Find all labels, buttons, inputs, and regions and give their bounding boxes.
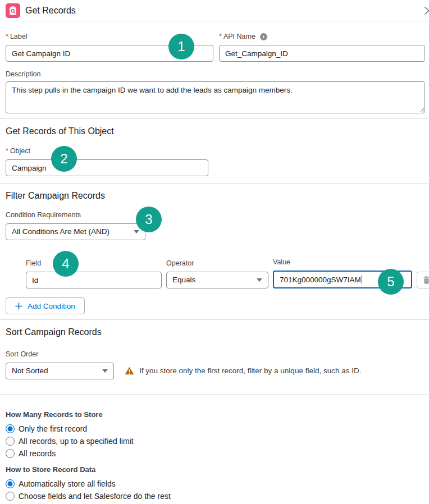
panel-title: Get Records xyxy=(25,6,76,16)
get-records-config-panel: Get Records *Label *API Namei Descriptio… xyxy=(0,0,429,504)
radio-auto-store-all-fields[interactable]: Automatically store all fields xyxy=(6,478,425,490)
radio-all-records-limit[interactable]: All records, up to a specified limit xyxy=(6,435,425,447)
warning-text: If you store only the first record, filt… xyxy=(139,366,361,375)
radio-button-selected[interactable] xyxy=(6,479,15,488)
description-textarea[interactable]: This step pulls in the campaign ID we wa… xyxy=(6,81,425,113)
radio-only-first-record[interactable]: Only the first record xyxy=(6,423,425,435)
plus-icon xyxy=(15,303,22,310)
filter-section-heading: Filter Campaign Records xyxy=(6,190,425,201)
how-store-data-group: How to Store Record Data Automatically s… xyxy=(6,465,425,504)
panel-header: Get Records xyxy=(0,0,429,21)
trash-icon xyxy=(422,276,429,285)
object-field-label: *Object xyxy=(6,147,208,155)
sort-order-dropdown[interactable]: Not Sorted xyxy=(6,363,114,379)
chevron-down-icon xyxy=(102,369,108,373)
how-many-records-group: How Many Records to Store Only the first… xyxy=(6,410,425,460)
radio-button[interactable] xyxy=(6,492,15,501)
object-section: Get Records of This Object *Object xyxy=(0,119,429,184)
warning-icon xyxy=(125,366,134,375)
radio-button-selected[interactable] xyxy=(6,424,15,433)
basic-fields-section: *Label *API Namei Description This step … xyxy=(0,21,429,119)
object-section-heading: Get Records of This Object xyxy=(6,126,425,137)
radio-button[interactable] xyxy=(6,437,15,446)
add-condition-button[interactable]: Add Condition xyxy=(6,297,85,314)
filter-section: Filter Campaign Records Condition Requir… xyxy=(0,184,429,320)
object-input[interactable] xyxy=(6,159,208,176)
storage-section: How Many Records to Store Only the first… xyxy=(0,395,429,504)
sort-section-heading: Sort Campaign Records xyxy=(6,327,425,338)
condition-value-input[interactable]: 701Kg000000gSW7IAM xyxy=(273,271,412,288)
condition-requirements-label: Condition Requirements xyxy=(6,211,145,219)
chevron-down-icon xyxy=(257,278,262,282)
condition-row: Field Operator Equals Value 701Kg000000g… xyxy=(26,258,425,288)
radio-choose-fields-salesforce[interactable]: Choose fields and let Salesforce do the … xyxy=(6,490,425,502)
label-input[interactable] xyxy=(6,45,213,62)
condition-value-label: Value xyxy=(273,258,412,267)
sort-section: Sort Campaign Records Sort Order Not Sor… xyxy=(0,320,429,395)
condition-requirements-dropdown[interactable]: All Conditions Are Met (AND) xyxy=(6,223,145,240)
get-records-icon xyxy=(6,3,20,18)
radio-button[interactable] xyxy=(6,449,15,458)
description-field-label: Description xyxy=(6,70,425,79)
condition-field-label: Field xyxy=(26,259,162,268)
api-name-input[interactable] xyxy=(219,45,425,62)
info-icon[interactable]: i xyxy=(260,33,267,40)
label-field-label: *Label xyxy=(6,33,213,41)
sort-warning: If you store only the first record, filt… xyxy=(125,366,361,375)
delete-condition-button[interactable] xyxy=(417,272,429,288)
api-name-field-label: *API Namei xyxy=(219,33,425,41)
chevron-right-icon[interactable] xyxy=(423,6,429,18)
condition-operator-label: Operator xyxy=(166,259,268,268)
how-many-records-title: How Many Records to Store xyxy=(6,410,425,419)
text-cursor xyxy=(362,275,362,284)
condition-field-input[interactable] xyxy=(26,272,162,288)
chevron-down-icon xyxy=(134,230,139,233)
radio-all-records[interactable]: All records xyxy=(6,447,425,460)
sort-order-label: Sort Order xyxy=(6,350,114,359)
how-store-data-title: How to Store Record Data xyxy=(6,465,425,474)
condition-operator-dropdown[interactable]: Equals xyxy=(166,272,268,288)
